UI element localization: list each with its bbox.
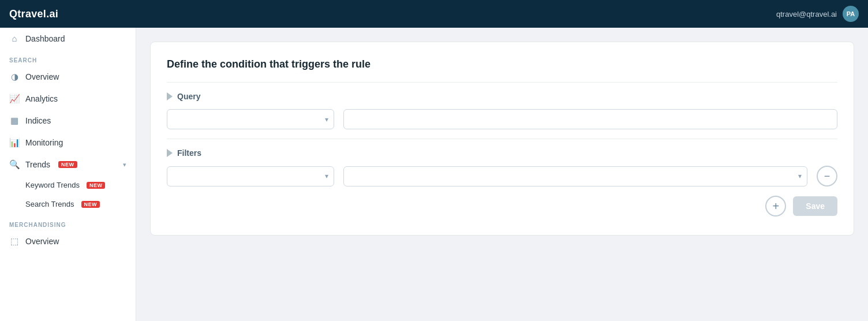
divider-top [167, 82, 837, 83]
divider-middle [167, 139, 837, 139]
search-trends-badge: NEW [81, 201, 100, 208]
remove-filter-button[interactable]: − [817, 166, 837, 186]
sidebar-item-overview[interactable]: ◑ Overview [0, 66, 136, 88]
query-form-row: ▾ [167, 109, 837, 129]
sidebar-item-analytics[interactable]: 📈 Analytics [0, 88, 136, 110]
sidebar: ⌂ Dashboard SEARCH ◑ Overview 📈 Analytic… [0, 28, 136, 321]
home-icon: ⌂ [9, 33, 20, 43]
analytics-icon: 📈 [9, 94, 20, 104]
filter-select-2[interactable] [343, 166, 807, 186]
sidebar-item-keyword-trends[interactable]: Keyword Trends NEW [0, 176, 136, 195]
filters-section-header: Filters [167, 148, 837, 158]
sidebar-item-dashboard[interactable]: ⌂ Dashboard [0, 28, 136, 49]
avatar: PA [843, 6, 859, 22]
main-content: Define the condition that triggers the r… [136, 28, 868, 321]
sidebar-label-analytics: Analytics [25, 94, 58, 103]
sidebar-item-trends[interactable]: 🔍 Trends NEW ▾ [0, 154, 136, 176]
rule-condition-card: Define the condition that triggers the r… [150, 42, 854, 236]
sidebar-label-monitoring: Monitoring [25, 138, 63, 147]
user-info: qtravel@qtravel.ai PA [776, 6, 859, 22]
card-title: Define the condition that triggers the r… [167, 58, 837, 70]
indices-icon: ▦ [9, 115, 20, 126]
query-text-input[interactable] [343, 109, 837, 129]
filter-select-1[interactable] [167, 166, 334, 186]
sidebar-section-merchandising: MERCHANDISING [0, 214, 136, 230]
sidebar-label-trends: Trends [25, 160, 50, 169]
filters-form-row: ▾ ▾ − [167, 166, 837, 186]
sidebar-section-search: SEARCH [0, 49, 136, 66]
query-section-label: Query [177, 92, 200, 101]
keyword-trends-label: Keyword Trends [25, 181, 80, 189]
sidebar-label-indices: Indices [25, 116, 51, 125]
sidebar-item-merch-overview[interactable]: ⬚ Overview [0, 230, 136, 252]
sidebar-item-indices[interactable]: ▦ Indices [0, 110, 136, 132]
save-button[interactable]: Save [793, 196, 837, 216]
trends-chevron-icon: ▾ [123, 161, 126, 169]
keyword-trends-badge: NEW [87, 182, 106, 189]
trends-icon: 🔍 [9, 159, 20, 170]
query-arrow-icon [167, 92, 173, 100]
trends-new-badge: NEW [58, 161, 77, 168]
app-logo: Qtravel.ai [9, 8, 58, 20]
add-filter-button[interactable]: + [765, 196, 786, 217]
plus-icon: + [772, 200, 779, 213]
overview-icon: ◑ [9, 72, 20, 82]
query-section-header: Query [167, 92, 837, 101]
filter-select2-wrapper: ▾ [343, 166, 807, 186]
filter-select1-wrapper: ▾ [167, 166, 334, 186]
search-trends-label: Search Trends [25, 200, 74, 208]
sidebar-label-overview: Overview [25, 72, 59, 81]
sidebar-label-dashboard: Dashboard [25, 34, 65, 43]
top-navigation: Qtravel.ai qtravel@qtravel.ai PA [0, 0, 868, 28]
query-select-wrapper: ▾ [167, 109, 334, 129]
filters-arrow-icon [167, 149, 173, 157]
merch-overview-icon: ⬚ [9, 236, 20, 247]
user-email: qtravel@qtravel.ai [776, 10, 837, 18]
actions-row: + Save [167, 196, 837, 217]
query-select[interactable] [167, 109, 334, 129]
sidebar-label-merch-overview: Overview [25, 237, 59, 246]
minus-icon: − [824, 170, 830, 182]
sidebar-item-monitoring[interactable]: 📊 Monitoring [0, 132, 136, 154]
filters-section-label: Filters [177, 148, 201, 158]
monitoring-icon: 📊 [9, 137, 20, 148]
sidebar-item-search-trends[interactable]: Search Trends NEW [0, 195, 136, 214]
main-layout: ⌂ Dashboard SEARCH ◑ Overview 📈 Analytic… [0, 28, 868, 321]
